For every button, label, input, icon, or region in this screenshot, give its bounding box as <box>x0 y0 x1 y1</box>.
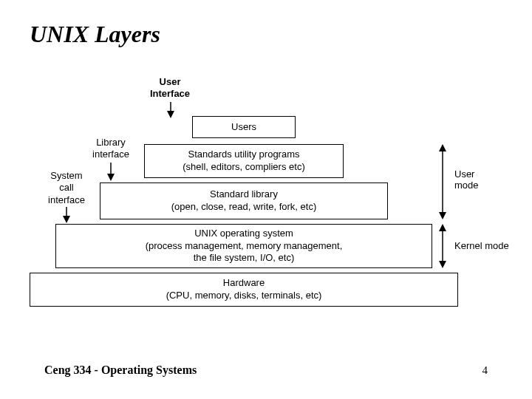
label-system-call-interface: System call interface <box>41 170 92 206</box>
layer-os: UNIX operating system (process managemen… <box>55 224 432 268</box>
layer-stdlib-line2: (open, close, read, write, fork, etc) <box>171 201 317 214</box>
span-kernel-mode <box>437 224 448 268</box>
label-library-interface-line1: Library <box>96 137 126 148</box>
label-user-interface-line2: Interface <box>150 88 190 99</box>
svg-marker-5 <box>63 216 70 223</box>
svg-marker-8 <box>439 212 446 219</box>
label-user-interface: User Interface <box>140 76 200 100</box>
layer-utility: Standards utility programs (shell, edito… <box>144 144 344 178</box>
footer-page-number: 4 <box>482 364 488 377</box>
label-kernel-mode: Kernel mode <box>454 240 509 251</box>
label-system-call-line2: call <box>59 182 74 193</box>
svg-marker-7 <box>439 144 446 151</box>
layer-stdlib-line1: Standard library <box>210 188 278 201</box>
label-user-mode: User mode <box>454 168 479 191</box>
layer-hardware: Hardware (CPU, memory, disks, terminals,… <box>30 273 458 307</box>
label-library-interface-line2: interface <box>92 149 129 160</box>
svg-marker-10 <box>439 224 446 231</box>
label-system-call-line3: interface <box>48 194 85 205</box>
svg-marker-11 <box>439 261 446 268</box>
label-user-interface-line1: User <box>160 76 181 87</box>
arrow-user-interface <box>166 102 175 118</box>
layer-hardware-line1: Hardware <box>223 277 265 290</box>
layer-users-text: Users <box>231 121 256 134</box>
layer-utility-line1: Standards utility programs <box>188 149 299 161</box>
svg-marker-3 <box>107 174 115 181</box>
layer-os-line1: UNIX operating system <box>194 228 293 240</box>
arrow-system-call-interface <box>62 207 71 223</box>
unix-layers-diagram: User Interface Library interface System … <box>0 66 532 347</box>
label-library-interface: Library interface <box>85 137 137 161</box>
label-user-mode-line2: mode <box>454 180 479 191</box>
layer-os-line3: the file system, I/O, etc) <box>194 252 295 265</box>
layer-utility-line2: (shell, editors, compliers etc) <box>183 161 304 174</box>
footer-course: Ceng 334 - Operating Systems <box>44 364 197 377</box>
label-user-mode-line1: User <box>454 168 474 180</box>
layer-stdlib: Standard library (open, close, read, wri… <box>100 183 388 219</box>
span-user-mode <box>437 144 448 219</box>
layer-os-line2: (process management, memory management, <box>146 240 343 253</box>
layer-users: Users <box>192 116 296 138</box>
svg-marker-1 <box>167 111 174 118</box>
layer-hardware-line2: (CPU, memory, disks, terminals, etc) <box>166 290 322 302</box>
arrow-library-interface <box>106 163 115 181</box>
page-title: UNIX Layers <box>30 21 160 48</box>
label-system-call-line1: System <box>50 170 82 181</box>
